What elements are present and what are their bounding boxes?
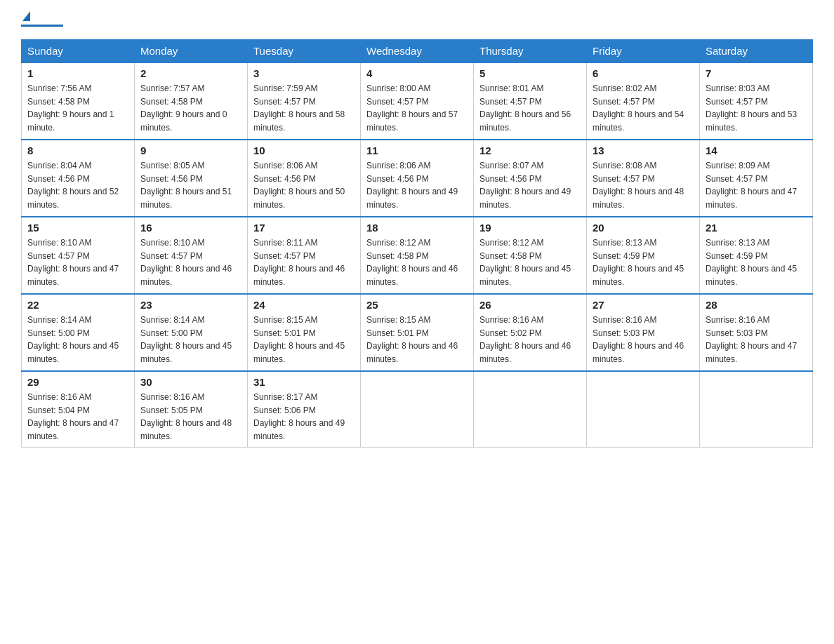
day-number: 5 — [479, 67, 581, 79]
day-number: 18 — [366, 222, 468, 234]
calendar-cell: 22 Sunrise: 8:14 AM Sunset: 5:00 PM Dayl… — [22, 294, 135, 371]
calendar-cell: 8 Sunrise: 8:04 AM Sunset: 4:56 PM Dayli… — [22, 140, 135, 217]
calendar-cell: 30 Sunrise: 8:16 AM Sunset: 5:05 PM Dayl… — [135, 371, 248, 448]
day-number: 26 — [479, 299, 581, 311]
weekday-header-sunday: Sunday — [22, 40, 135, 63]
calendar-cell: 7 Sunrise: 8:03 AM Sunset: 4:57 PM Dayli… — [700, 62, 813, 140]
day-number: 8 — [27, 145, 128, 156]
calendar-cell: 31 Sunrise: 8:17 AM Sunset: 5:06 PM Dayl… — [248, 371, 361, 448]
day-info: Sunrise: 7:59 AM Sunset: 4:57 PM Dayligh… — [253, 82, 355, 134]
day-info: Sunrise: 8:06 AM Sunset: 4:56 PM Dayligh… — [253, 159, 355, 211]
calendar-week-row: 15 Sunrise: 8:10 AM Sunset: 4:57 PM Dayl… — [22, 217, 813, 294]
day-info: Sunrise: 8:16 AM Sunset: 5:02 PM Dayligh… — [479, 314, 581, 365]
weekday-header-friday: Friday — [587, 40, 700, 63]
day-number: 9 — [140, 145, 241, 156]
day-number: 1 — [27, 67, 128, 79]
logo — [21, 14, 66, 27]
day-info: Sunrise: 8:10 AM Sunset: 4:57 PM Dayligh… — [140, 236, 241, 288]
calendar-cell: 29 Sunrise: 8:16 AM Sunset: 5:04 PM Dayl… — [22, 371, 135, 448]
calendar-cell: 3 Sunrise: 7:59 AM Sunset: 4:57 PM Dayli… — [248, 62, 361, 140]
calendar-cell: 21 Sunrise: 8:13 AM Sunset: 4:59 PM Dayl… — [700, 217, 813, 294]
day-number: 12 — [479, 145, 581, 156]
day-number: 13 — [593, 145, 694, 156]
day-info: Sunrise: 8:03 AM Sunset: 4:57 PM Dayligh… — [706, 82, 807, 134]
day-info: Sunrise: 8:00 AM Sunset: 4:57 PM Dayligh… — [366, 82, 468, 134]
day-number: 14 — [706, 145, 807, 156]
calendar-cell: 24 Sunrise: 8:15 AM Sunset: 5:01 PM Dayl… — [248, 294, 361, 371]
calendar-cell: 2 Sunrise: 7:57 AM Sunset: 4:58 PM Dayli… — [135, 62, 248, 140]
day-info: Sunrise: 8:05 AM Sunset: 4:56 PM Dayligh… — [140, 159, 241, 211]
calendar-week-row: 1 Sunrise: 7:56 AM Sunset: 4:58 PM Dayli… — [22, 62, 813, 140]
day-info: Sunrise: 8:16 AM Sunset: 5:04 PM Dayligh… — [27, 391, 128, 443]
day-number: 6 — [593, 67, 694, 79]
day-info: Sunrise: 8:08 AM Sunset: 4:57 PM Dayligh… — [593, 159, 694, 211]
day-number: 24 — [253, 299, 355, 311]
day-info: Sunrise: 8:01 AM Sunset: 4:57 PM Dayligh… — [479, 82, 581, 134]
day-number: 23 — [140, 299, 241, 311]
calendar-cell — [361, 371, 474, 448]
calendar-cell: 12 Sunrise: 8:07 AM Sunset: 4:56 PM Dayl… — [474, 140, 587, 217]
day-number: 29 — [27, 376, 128, 388]
day-info: Sunrise: 8:16 AM Sunset: 5:03 PM Dayligh… — [706, 314, 807, 365]
day-number: 22 — [27, 299, 128, 311]
day-number: 31 — [253, 376, 355, 388]
calendar-cell: 23 Sunrise: 8:14 AM Sunset: 5:00 PM Dayl… — [135, 294, 248, 371]
calendar-cell: 13 Sunrise: 8:08 AM Sunset: 4:57 PM Dayl… — [587, 140, 700, 217]
day-number: 20 — [593, 222, 694, 234]
day-number: 3 — [253, 67, 355, 79]
calendar-cell: 6 Sunrise: 8:02 AM Sunset: 4:57 PM Dayli… — [587, 62, 700, 140]
day-info: Sunrise: 8:06 AM Sunset: 4:56 PM Dayligh… — [366, 159, 468, 211]
day-info: Sunrise: 8:15 AM Sunset: 5:01 PM Dayligh… — [253, 314, 355, 365]
calendar-cell: 28 Sunrise: 8:16 AM Sunset: 5:03 PM Dayl… — [700, 294, 813, 371]
calendar-cell: 15 Sunrise: 8:10 AM Sunset: 4:57 PM Dayl… — [22, 217, 135, 294]
day-info: Sunrise: 7:57 AM Sunset: 4:58 PM Dayligh… — [140, 82, 241, 134]
day-number: 4 — [366, 67, 468, 79]
day-number: 11 — [366, 145, 468, 156]
day-info: Sunrise: 8:09 AM Sunset: 4:57 PM Dayligh… — [706, 159, 807, 211]
weekday-header-wednesday: Wednesday — [361, 40, 474, 63]
weekday-header-row: SundayMondayTuesdayWednesdayThursdayFrid… — [22, 40, 813, 63]
calendar-cell: 14 Sunrise: 8:09 AM Sunset: 4:57 PM Dayl… — [700, 140, 813, 217]
day-info: Sunrise: 8:11 AM Sunset: 4:57 PM Dayligh… — [253, 236, 355, 288]
calendar-cell: 27 Sunrise: 8:16 AM Sunset: 5:03 PM Dayl… — [587, 294, 700, 371]
day-number: 25 — [366, 299, 468, 311]
calendar-table: SundayMondayTuesdayWednesdayThursdayFrid… — [21, 39, 813, 448]
day-info: Sunrise: 8:07 AM Sunset: 4:56 PM Dayligh… — [479, 159, 581, 211]
weekday-header-thursday: Thursday — [474, 40, 587, 63]
day-info: Sunrise: 8:02 AM Sunset: 4:57 PM Dayligh… — [593, 82, 694, 134]
day-info: Sunrise: 8:15 AM Sunset: 5:01 PM Dayligh… — [366, 314, 468, 365]
day-number: 7 — [706, 67, 807, 79]
day-info: Sunrise: 8:04 AM Sunset: 4:56 PM Dayligh… — [27, 159, 128, 211]
day-number: 2 — [140, 67, 241, 79]
calendar-cell: 20 Sunrise: 8:13 AM Sunset: 4:59 PM Dayl… — [587, 217, 700, 294]
calendar-cell: 25 Sunrise: 8:15 AM Sunset: 5:01 PM Dayl… — [361, 294, 474, 371]
day-number: 30 — [140, 376, 241, 388]
weekday-header-tuesday: Tuesday — [248, 40, 361, 63]
day-info: Sunrise: 8:13 AM Sunset: 4:59 PM Dayligh… — [706, 236, 807, 288]
day-number: 27 — [593, 299, 694, 311]
calendar-cell: 1 Sunrise: 7:56 AM Sunset: 4:58 PM Dayli… — [22, 62, 135, 140]
calendar-cell: 17 Sunrise: 8:11 AM Sunset: 4:57 PM Dayl… — [248, 217, 361, 294]
day-number: 19 — [479, 222, 581, 234]
calendar-cell: 9 Sunrise: 8:05 AM Sunset: 4:56 PM Dayli… — [135, 140, 248, 217]
calendar-cell: 10 Sunrise: 8:06 AM Sunset: 4:56 PM Dayl… — [248, 140, 361, 217]
day-info: Sunrise: 8:14 AM Sunset: 5:00 PM Dayligh… — [140, 314, 241, 365]
day-number: 15 — [27, 222, 128, 234]
day-number: 21 — [706, 222, 807, 234]
day-number: 17 — [253, 222, 355, 234]
calendar-cell — [587, 371, 700, 448]
calendar-week-row: 22 Sunrise: 8:14 AM Sunset: 5:00 PM Dayl… — [22, 294, 813, 371]
calendar-cell — [700, 371, 813, 448]
day-info: Sunrise: 8:13 AM Sunset: 4:59 PM Dayligh… — [593, 236, 694, 288]
calendar-cell: 16 Sunrise: 8:10 AM Sunset: 4:57 PM Dayl… — [135, 217, 248, 294]
weekday-header-saturday: Saturday — [700, 40, 813, 63]
calendar-cell: 19 Sunrise: 8:12 AM Sunset: 4:58 PM Dayl… — [474, 217, 587, 294]
day-info: Sunrise: 7:56 AM Sunset: 4:58 PM Dayligh… — [27, 82, 128, 134]
calendar-cell: 26 Sunrise: 8:16 AM Sunset: 5:02 PM Dayl… — [474, 294, 587, 371]
calendar-week-row: 8 Sunrise: 8:04 AM Sunset: 4:56 PM Dayli… — [22, 140, 813, 217]
calendar-cell — [474, 371, 587, 448]
logo-triangle-icon — [22, 11, 30, 21]
calendar-cell: 4 Sunrise: 8:00 AM Sunset: 4:57 PM Dayli… — [361, 62, 474, 140]
logo-line — [21, 25, 63, 27]
weekday-header-monday: Monday — [135, 40, 248, 63]
